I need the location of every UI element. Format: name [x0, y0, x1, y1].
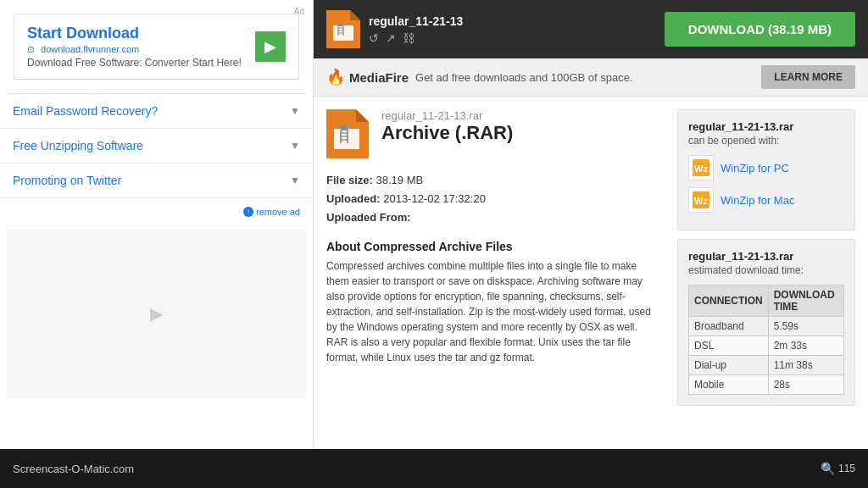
svg-rect-3 — [338, 23, 343, 26]
download-time-table: CONNECTION DOWNLOAD TIME Broadband 5.59s… — [688, 285, 844, 395]
zoom-icon: 🔍 — [821, 462, 835, 475]
file-main: regular_11-21-13.rar Archive (.RAR) File… — [326, 109, 660, 436]
winzip-mac-icon: Wz — [688, 187, 714, 213]
right-sidebar: regular_11-21-13.rar can be opened with:… — [677, 109, 855, 436]
file-uploaded-value: 2013-12-02 17:32:20 — [383, 192, 486, 205]
about-title: About Compressed Archive Files — [326, 240, 660, 253]
sidebar-link-free-unzipping-arrow: ▼ — [290, 140, 300, 152]
time-mobile: 28s — [768, 375, 843, 395]
file-size-row: File size: 38.19 MB — [326, 171, 660, 190]
file-size-label: File size: — [326, 174, 373, 186]
download-bar: regular_11-21-13 ↺ ↗ ⛓ DOWNLOAD (38.19 M… — [314, 0, 868, 58]
file-details: regular_11-21-13.rar Archive (.RAR) File… — [314, 97, 868, 449]
ad-banner: Start Download ⊙ download.flvrunner.com … — [0, 0, 313, 93]
download-time-subtitle: estimated download time: — [688, 264, 844, 276]
bottom-bar: Screencast-O-Matic.com 🔍 115 — [0, 449, 868, 488]
winzip-pc-icon: Wz — [688, 155, 714, 180]
file-header: regular_11-21-13.rar Archive (.RAR) — [326, 109, 660, 158]
remove-ad-link[interactable]: i remove ad — [243, 207, 300, 217]
sidebar-link-free-unzipping-label: Free Unzipping Software — [13, 139, 143, 152]
file-action-icons: ↺ ↗ ⛓ — [369, 31, 463, 45]
table-row-mobile: Mobile 28s — [689, 375, 844, 395]
svg-marker-10 — [356, 109, 369, 122]
connection-mobile: Mobile — [689, 375, 769, 395]
time-dialup: 11m 38s — [768, 356, 843, 375]
sidebar-item-promoting-twitter[interactable]: Promoting on Twitter ▼ — [0, 164, 313, 198]
learn-more-button[interactable]: LEARN MORE — [761, 65, 855, 89]
share-icon[interactable]: ↗ — [386, 31, 396, 45]
opener-card: regular_11-21-13.rar can be opened with:… — [677, 109, 855, 230]
connection-dialup: Dial-up — [689, 356, 769, 375]
table-header-time: DOWNLOAD TIME — [768, 286, 843, 317]
file-stats: File size: 38.19 MB Uploaded: 2013-12-02… — [326, 171, 660, 227]
refresh-icon[interactable]: ↺ — [369, 31, 379, 45]
file-uploaded-from-row: Uploaded From: — [326, 208, 660, 227]
ad-arrow-button[interactable]: ▶ — [255, 31, 286, 62]
sidebar-placeholder-arrow: ▶ — [150, 303, 163, 324]
mediafire-bar: 🔥 MediaFire Get ad free downloads and 10… — [314, 58, 868, 97]
time-dsl: 2m 33s — [768, 336, 843, 356]
mediafire-name: MediaFire — [349, 70, 409, 85]
sidebar-ad-placeholder: ▶ — [7, 229, 306, 398]
sidebar-link-email-recovery-label: Email Password Recovery? — [13, 104, 158, 118]
opener-winzip-pc-label: WinZip for PC — [721, 162, 789, 175]
ad-start-download-link[interactable]: Start Download — [27, 25, 139, 42]
sidebar-link-promoting-twitter-label: Promoting on Twitter — [13, 174, 121, 187]
file-meta: regular_11-21-13 ↺ ↗ ⛓ — [369, 14, 463, 45]
connection-broadband: Broadband — [689, 317, 769, 336]
file-uploaded-from-label: Uploaded From: — [326, 211, 411, 224]
file-uploaded-label: Uploaded: — [326, 192, 381, 205]
main-area: regular_11-21-13 ↺ ↗ ⛓ DOWNLOAD (38.19 M… — [314, 0, 868, 449]
screencast-label: Screencast-O-Matic.com — [13, 463, 134, 475]
table-row-dsl: DSL 2m 33s — [689, 336, 844, 356]
file-size-value: 38.19 MB — [376, 174, 424, 186]
file-title-block: regular_11-21-13.rar Archive (.RAR) — [381, 109, 513, 144]
opener-card-title: regular_11-21-13.rar — [688, 120, 844, 133]
remove-ad-row: i remove ad — [0, 198, 313, 222]
table-row-dialup: Dial-up 11m 38s — [689, 356, 844, 375]
opener-winzip-pc[interactable]: Wz WinZip for PC — [688, 155, 844, 180]
sidebar-link-email-recovery-arrow: ▼ — [290, 105, 300, 117]
mediafire-left: 🔥 MediaFire Get ad free downloads and 10… — [326, 68, 633, 86]
ad-source-url: download.flvrunner.com — [41, 44, 139, 54]
svg-marker-1 — [350, 10, 360, 20]
opener-winzip-mac-label: WinZip for Mac — [721, 194, 794, 207]
svg-text:Wz: Wz — [694, 196, 708, 206]
remove-ad-icon: i — [243, 207, 253, 217]
link-icon[interactable]: ⛓ — [403, 31, 415, 45]
file-title-name: regular_11-21-13.rar — [381, 109, 513, 122]
file-icon-zip — [326, 10, 360, 48]
ad-label: Ad — [294, 7, 304, 16]
ad-source-icon: ⊙ — [27, 44, 35, 54]
download-time-title: regular_11-21-13.rar — [688, 250, 844, 263]
sidebar: Start Download ⊙ download.flvrunner.com … — [0, 0, 314, 449]
table-header-connection: CONNECTION — [689, 286, 769, 317]
table-row-broadband: Broadband 5.59s — [689, 317, 844, 336]
sidebar-link-promoting-twitter-arrow: ▼ — [290, 175, 300, 186]
zoom-indicator: 🔍 115 — [821, 462, 855, 475]
remove-ad-label: remove ad — [256, 207, 300, 217]
file-name-top: regular_11-21-13 — [369, 14, 463, 28]
file-uploaded-row: Uploaded: 2013-12-02 17:32:20 — [326, 190, 660, 208]
svg-rect-12 — [341, 125, 348, 130]
mediafire-logo: 🔥 MediaFire — [326, 68, 409, 86]
opener-winzip-mac[interactable]: Wz WinZip for Mac — [688, 187, 844, 213]
download-time-card: regular_11-21-13.rar estimated download … — [677, 239, 855, 406]
sidebar-item-free-unzipping[interactable]: Free Unzipping Software ▼ — [0, 129, 313, 164]
sidebar-item-email-recovery[interactable]: Email Password Recovery? ▼ — [0, 94, 313, 129]
about-text: Compressed archives combine multiple fil… — [326, 258, 660, 365]
about-section: About Compressed Archive Files Compresse… — [326, 240, 660, 365]
opener-card-subtitle: can be opened with: — [688, 135, 844, 147]
download-button[interactable]: DOWNLOAD (38.19 MB) — [665, 12, 855, 47]
ad-description: Download Free Software: Converter Start … — [27, 57, 247, 69]
mediafire-flame-icon: 🔥 — [326, 68, 345, 86]
mediafire-tagline: Get ad free downloads and 100GB of space… — [415, 71, 633, 84]
file-info-left: regular_11-21-13 ↺ ↗ ⛓ — [326, 10, 463, 48]
file-icon-large — [326, 109, 369, 158]
svg-text:Wz: Wz — [694, 164, 708, 174]
connection-dsl: DSL — [689, 336, 769, 356]
zoom-value: 115 — [838, 463, 855, 474]
file-title-type: Archive (.RAR) — [381, 122, 513, 144]
time-broadband: 5.59s — [768, 317, 843, 336]
